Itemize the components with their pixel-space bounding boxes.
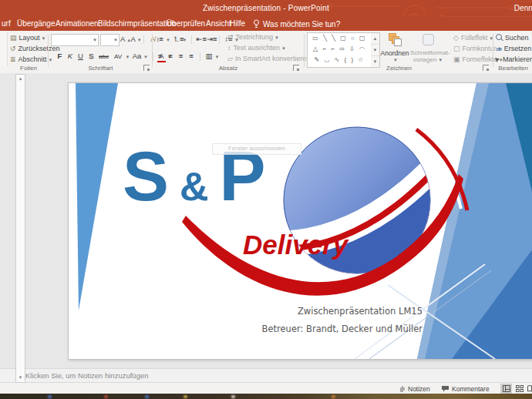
title-bar: R Zwischenpräsentation - PowerPoint Denn…	[0, 0, 532, 17]
shapes-row[interactable]: ▭ ╲ ╲ ▢ ○ ▢	[308, 33, 372, 44]
dropdown-arrow-icon: ▼	[166, 38, 170, 42]
text-direction-button[interactable]: ⇄Textrichtung▼	[227, 32, 279, 42]
taskbar-icon-blob	[48, 395, 52, 398]
group-label-folien: Folien	[0, 65, 48, 72]
paragraph-row-2: ≡ ≡ ≡ ≡ ▥▼	[156, 51, 220, 61]
dropdown-arrow-icon: ▼	[281, 46, 286, 51]
text-shadow-button[interactable]: S	[87, 51, 96, 61]
tab-hilfe[interactable]: Hilfe	[230, 19, 245, 28]
tab-uebergaenge[interactable]: Übergänge	[17, 19, 55, 28]
align-text-button[interactable]: ↕Text ausrichten▼	[227, 43, 286, 53]
numbering-button[interactable]: ⒈≡	[172, 34, 180, 44]
shapes-row[interactable]: △ ⌐ ⌐ ⇨ ⇩ ◠	[308, 44, 372, 55]
group-divider	[493, 34, 493, 67]
smartart-icon: ▱	[227, 55, 233, 62]
slide-sorter-view-button[interactable]	[513, 384, 525, 394]
quick-styles-label-1: Schnellformat-	[410, 49, 446, 56]
reading-view-button[interactable]	[526, 384, 532, 394]
notes-placeholder[interactable]: Klicken Sie, um Notizen hinzuzufügen	[25, 371, 148, 380]
bullets-button[interactable]: ⁝≡	[156, 34, 164, 44]
group-zeichnen: ▭ ╲ ╲ ▢ ○ ▢ △ ⌐ ⌐ ⇨ ⇩ ◠ ✎ ◡ ∿ { } ☆ ▲ ▼ …	[305, 31, 493, 73]
text-direction-icon: ⇄	[227, 33, 234, 41]
window-title: Zwischenpräsentation - PowerPoint	[0, 4, 532, 12]
quick-styles-label-2: vorlagen▼	[410, 56, 446, 63]
notes-pane[interactable]: Klicken Sie, um Notizen hinzuzufügen	[0, 368, 532, 382]
justify-button[interactable]: ≡	[187, 51, 196, 61]
tab-entwurf-partial[interactable]: urf	[2, 19, 11, 28]
columns-button[interactable]: ▥	[205, 51, 214, 61]
schriftart-dialog-launcher[interactable]	[143, 65, 150, 71]
gallery-scroll-down[interactable]: ▼	[371, 45, 379, 56]
character-spacing-button[interactable]: AV	[113, 52, 124, 62]
shapes-row[interactable]: ✎ ◡ ∿ { } ☆	[308, 55, 372, 65]
neue-folie-button-cutoff[interactable]	[0, 32, 8, 66]
paragraph-row-1: ⁝≡▼ ⒈≡▼ ⇤≡ ⇥≡ ↕≡▼	[156, 34, 239, 44]
shapes-gallery-scroll: ▲ ▼ ▼	[371, 32, 380, 68]
slide-canvas[interactable]: S & P Delivery Fenster ausschneiden Zwis…	[68, 82, 532, 360]
font-name-combo[interactable]: ▼	[51, 34, 99, 46]
select-button[interactable]: Markieren▼	[496, 55, 532, 65]
tab-bildschirmpraesentation[interactable]: Bildschirmpräsentation	[98, 19, 176, 28]
layout-icon: ▤	[10, 34, 17, 42]
shapes-gallery[interactable]: ▭ ╲ ╲ ▢ ○ ▢ △ ⌐ ⌐ ⇨ ⇩ ◠ ✎ ◡ ∿ { } ☆	[307, 32, 372, 68]
select-label: Markieren	[503, 55, 532, 63]
decrease-indent-button[interactable]: ⇤≡	[196, 34, 204, 44]
font-size-combo[interactable]: ▼	[100, 34, 120, 46]
tab-ansicht[interactable]: Ansicht	[206, 19, 231, 28]
normal-view-button[interactable]	[500, 384, 512, 394]
increase-indent-button[interactable]: ⇥≡	[207, 34, 215, 44]
gallery-scroll-up[interactable]: ▲	[371, 33, 379, 45]
layout-label: Layout	[19, 34, 40, 42]
slide-subtitle-line1: Zwischenpräsentation LM15	[262, 303, 423, 320]
align-right-button[interactable]: ≡	[177, 51, 185, 61]
replace-button[interactable]: abErsetzen▼	[496, 44, 532, 54]
bold-button[interactable]: F	[56, 51, 64, 61]
taskbar-icon-blob	[104, 395, 108, 398]
abschnitt-label: Abschnitt	[19, 55, 47, 63]
find-button[interactable]: Suchen	[496, 33, 529, 43]
tab-animationen[interactable]: Animationen	[56, 19, 99, 28]
editing-area: S & P Delivery Fenster ausschneiden Zwis…	[0, 73, 532, 368]
thumbnail-pane-scrollbar[interactable]: ▲ ▼	[15, 74, 25, 383]
notes-toggle-button[interactable]: Notizen	[399, 385, 430, 393]
comments-toggle-label: Kommentare	[452, 385, 490, 393]
comments-toggle-button[interactable]: Kommentare	[441, 385, 490, 393]
scroll-up-arrow[interactable]: ▲	[16, 75, 25, 82]
quick-styles-button[interactable]: Schnellformat- vorlagen▼	[410, 32, 446, 68]
tab-ueberpruefen[interactable]: Überprüfen	[167, 19, 205, 28]
shrink-font-label: A	[131, 35, 136, 43]
anordnen-button[interactable]: Anordnen ▼	[380, 32, 409, 68]
group-absatz: ⁝≡▼ ⒈≡▼ ⇤≡ ⇥≡ ↕≡▼ ≡ ≡ ≡ ≡ ▥▼ ⇄Textrichtu…	[153, 31, 303, 73]
dropdown-arrow-icon: ▼	[438, 58, 443, 62]
group-label-absatz: Absatz	[153, 65, 303, 72]
italic-button[interactable]: K	[66, 51, 75, 61]
logo-delivery-text[interactable]: Delivery	[243, 231, 348, 258]
align-left-button[interactable]: ≡	[156, 51, 164, 61]
dropdown-arrow-icon: ▼	[93, 38, 97, 42]
layout-button[interactable]: ▤Layout▼	[10, 33, 46, 43]
group-label-bearbeiten: Bearbeiten	[494, 65, 532, 72]
ribbon-tab-row: urf Übergänge Animationen Bildschirmpräs…	[0, 17, 532, 31]
absatz-dialog-launcher[interactable]	[293, 65, 299, 71]
abschnitt-button[interactable]: ≣Abschnitt▼	[10, 55, 53, 65]
divider	[143, 35, 144, 44]
shape-fill-button[interactable]: ◇Fülleffekt▼	[453, 33, 493, 43]
tell-me-box[interactable]: Was möchten Sie tun?	[253, 19, 340, 28]
change-case-button[interactable]: Aa	[132, 51, 142, 61]
shrink-font-button[interactable]: A▼	[131, 34, 140, 45]
comments-icon	[441, 385, 450, 393]
strikethrough-button[interactable]: abc	[97, 52, 110, 62]
slide-subtitle-block[interactable]: Zwischenpräsentation LM15 Betreuer: Bran…	[262, 303, 423, 338]
select-cursor-icon	[495, 56, 500, 62]
group-label-schriftart: Schriftart	[49, 65, 152, 72]
grow-font-button[interactable]: A▲	[120, 34, 129, 45]
underline-button[interactable]: U	[76, 51, 85, 61]
screenclip-tooltip-remnant: Fenster ausschneiden	[212, 143, 301, 155]
account-name[interactable]: Denni	[514, 4, 532, 12]
tell-me-label: Was möchten Sie tun?	[263, 20, 340, 28]
scroll-down-arrow[interactable]: ▼	[16, 374, 25, 381]
zeichnen-dialog-launcher[interactable]	[483, 65, 489, 71]
taskbar-icon-blob	[145, 395, 149, 398]
align-center-button[interactable]: ≡	[167, 51, 175, 61]
windows-taskbar-sliver[interactable]	[0, 394, 532, 399]
